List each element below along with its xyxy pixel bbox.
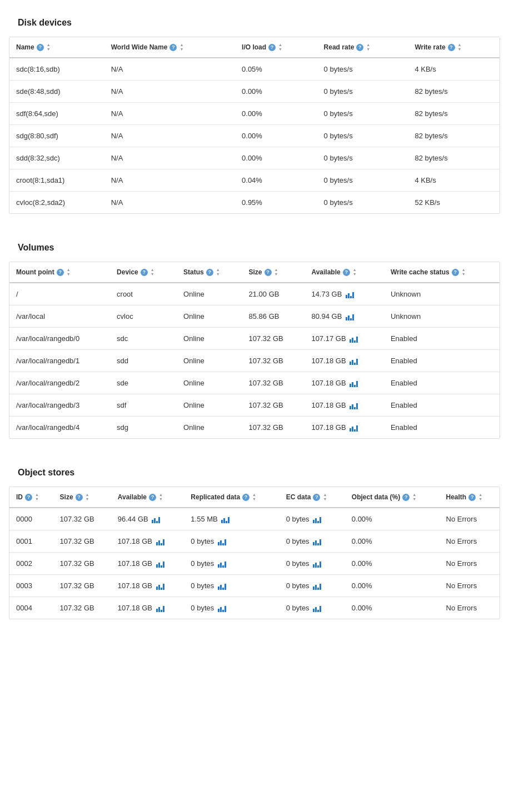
vol-mount-cell: /var/local/rangedb/3 [9,394,110,417]
vol-size-cell: 107.32 GB [242,350,305,372]
vol-size-cell: 107.32 GB [242,417,305,439]
dd-read-cell: 0 bytes/s [317,103,408,125]
vol-status-cell: Online [177,394,242,417]
chart-icon[interactable] [156,583,165,590]
chart-icon[interactable] [221,517,230,523]
os-repl-help-icon[interactable]: ? [242,494,249,501]
svg-rect-61 [315,563,317,568]
os-size-help-icon[interactable]: ? [76,494,83,501]
write-sort-icon[interactable] [458,43,462,52]
disk-devices-row: sdc(8:16,sdb) N/A 0.05% 0 bytes/s 4 KB/s [9,58,500,81]
chart-icon[interactable] [152,517,161,523]
chart-icon[interactable] [313,517,322,523]
device-sort-icon[interactable] [151,268,154,277]
svg-rect-84 [313,609,315,612]
name-sort-icon[interactable] [47,43,51,52]
status-sort-icon[interactable] [216,268,220,277]
svg-rect-58 [222,565,224,568]
os-health-cell: No Errors [440,597,500,619]
os-repl-sort-icon[interactable] [252,493,256,502]
wwn-help-icon[interactable]: ? [169,44,177,51]
write-help-icon[interactable]: ? [448,44,455,51]
read-sort-icon[interactable] [366,43,370,52]
chart-icon[interactable] [313,561,322,568]
avail-sort-icon[interactable] [353,268,357,277]
svg-rect-20 [350,406,351,409]
os-ec-sort-icon[interactable] [323,493,327,502]
mount-help-icon[interactable]: ? [57,269,64,276]
read-help-icon[interactable]: ? [356,44,363,51]
status-help-icon[interactable]: ? [206,269,213,276]
write-cache-sort-icon[interactable] [462,268,466,277]
svg-rect-13 [352,360,353,365]
vol-size-cell: 107.32 GB [242,394,305,417]
svg-rect-81 [220,607,222,612]
svg-rect-67 [163,584,164,590]
size-sort-icon[interactable] [275,268,278,277]
avail-help-icon[interactable]: ? [343,269,350,276]
os-health-help-icon[interactable]: ? [468,494,476,501]
chart-icon[interactable] [313,583,322,590]
os-id-sort-icon[interactable] [35,493,39,502]
wwn-sort-icon[interactable] [179,43,183,52]
chart-icon[interactable] [156,561,165,568]
dd-write-cell: 82 bytes/s [408,125,500,147]
svg-rect-62 [317,565,319,568]
os-obj-cell: 0.00% [345,575,440,597]
dd-name-cell: sdg(8:80,sdf) [9,125,104,147]
chart-icon[interactable] [156,539,165,545]
chart-icon[interactable] [350,380,358,387]
chart-icon[interactable] [156,605,165,612]
chart-icon[interactable] [218,605,227,612]
svg-rect-8 [350,339,351,343]
os-health-cell: No Errors [440,575,500,597]
chart-icon[interactable] [218,539,227,545]
chart-icon[interactable] [350,358,358,365]
os-ec-help-icon[interactable]: ? [313,494,320,501]
os-id-help-icon[interactable]: ? [25,494,32,501]
chart-icon[interactable] [313,539,322,545]
vol-mount-cell: /var/local/rangedb/0 [9,328,110,350]
device-help-icon[interactable]: ? [141,269,148,276]
io-sort-icon[interactable] [278,43,282,52]
svg-rect-7 [352,314,354,320]
chart-icon[interactable] [350,336,358,343]
dd-name-cell: cvloc(8:2,sda2) [9,192,104,214]
svg-rect-85 [315,607,317,612]
os-obj-sort-icon[interactable] [412,493,416,502]
vol-write-cache-cell: Enabled [384,372,500,394]
chart-icon[interactable] [313,605,322,612]
os-size-sort-icon[interactable] [86,493,89,502]
svg-rect-42 [161,543,162,545]
os-size-cell: 107.32 GB [53,597,111,619]
chart-icon[interactable] [218,583,227,590]
os-col-available: Available ? [111,487,184,508]
mount-sort-icon[interactable] [67,268,71,277]
chart-icon[interactable] [346,314,355,320]
os-avail-help-icon[interactable]: ? [149,494,156,501]
chart-icon[interactable] [350,425,358,432]
svg-rect-33 [223,518,225,523]
vol-device-cell: cvloc [110,305,177,328]
os-health-sort-icon[interactable] [478,493,482,502]
dd-io-cell: 0.95% [235,192,317,214]
name-help-icon[interactable]: ? [37,44,44,51]
volumes-col-status: Status ? [177,262,242,283]
svg-rect-21 [352,404,353,409]
os-size-cell: 107.32 GB [53,575,111,597]
os-obj-help-icon[interactable]: ? [402,494,410,501]
chart-icon[interactable] [218,561,227,568]
svg-rect-82 [222,610,224,612]
io-help-icon[interactable]: ? [268,44,276,51]
chart-icon[interactable] [346,292,355,298]
vol-write-cache-cell: Enabled [384,350,500,372]
os-col-replicated: Replicated data ? [184,487,279,508]
os-avail-sort-icon[interactable] [159,493,163,502]
vol-status-cell: Online [177,372,242,394]
svg-rect-65 [158,585,160,590]
vol-avail-cell: 80.94 GB [305,305,384,328]
chart-icon[interactable] [350,403,358,409]
size-help-icon[interactable]: ? [265,269,272,276]
os-ec-cell: 0 bytes [280,597,345,619]
write-cache-help-icon[interactable]: ? [452,269,459,276]
